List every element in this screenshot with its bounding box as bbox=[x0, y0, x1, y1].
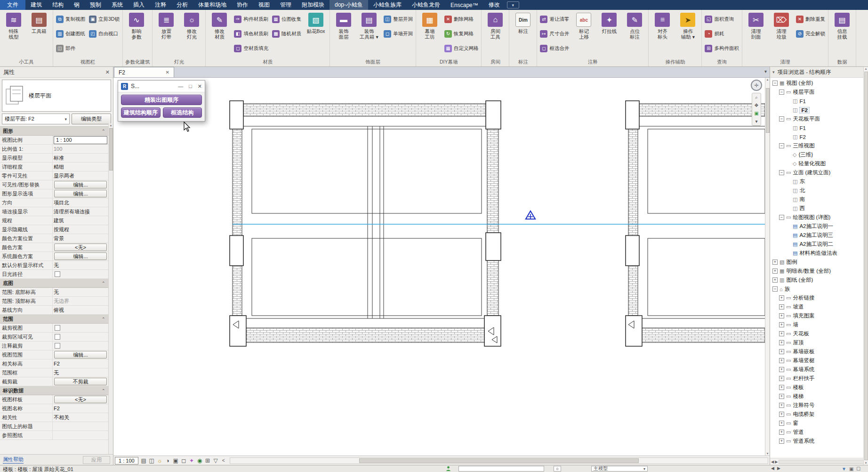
tree-item[interactable]: ◫东 bbox=[770, 177, 868, 186]
property-edit-button[interactable]: 编辑... bbox=[54, 181, 107, 188]
tree-item[interactable]: +▦明细表/数量 (全部) bbox=[770, 267, 868, 276]
property-checkbox[interactable] bbox=[55, 325, 60, 331]
tree-expander-icon[interactable]: + bbox=[779, 295, 784, 301]
tree-item[interactable]: +▭管道 bbox=[770, 428, 868, 437]
property-edit-button[interactable]: <无> bbox=[54, 396, 107, 403]
tree-item[interactable]: +▭坡道 bbox=[770, 302, 868, 311]
property-edit-button[interactable]: 不剪裁 bbox=[54, 378, 107, 385]
quick-access-toggle-icon[interactable]: ▾ bbox=[507, 1, 519, 8]
menu-item-5[interactable]: 系统 bbox=[106, 0, 128, 10]
browser-scrollbar[interactable]: ▴▾ bbox=[863, 67, 868, 465]
tab-list-chevron-icon[interactable]: ▾ bbox=[764, 69, 767, 74]
ribbon-button[interactable]: ≣放置 灯带 bbox=[154, 11, 178, 40]
tree-item[interactable]: ▤材料构造做法表 bbox=[770, 249, 868, 258]
tree-expander-icon[interactable]: − bbox=[772, 286, 778, 292]
tree-item[interactable]: +▭管道系统 bbox=[770, 437, 868, 446]
ribbon-button[interactable]: ∿影响 参数 bbox=[124, 11, 149, 40]
ribbon-button[interactable]: ≡对齐 标头 bbox=[650, 11, 675, 40]
ribbon-button[interactable]: ✎修改 材质 bbox=[207, 11, 232, 40]
tree-expander-icon[interactable]: + bbox=[779, 421, 784, 426]
tree-item[interactable]: −▭三维视图 bbox=[770, 141, 868, 150]
properties-scrollbar[interactable]: ▴ bbox=[108, 123, 113, 454]
ribbon-button[interactable]: ◫整层开洞 bbox=[382, 12, 414, 26]
menu-item-17[interactable]: Enscape™ bbox=[445, 0, 483, 10]
document-tab-f2[interactable]: F2 ✕ bbox=[114, 67, 174, 77]
ribbon-button[interactable]: ✂清理 剖面 bbox=[744, 11, 768, 40]
browser-nav-right-icon[interactable]: ▶ bbox=[777, 466, 780, 471]
tab-close-icon[interactable]: ✕ bbox=[166, 70, 169, 75]
browser-nav-left-icon[interactable]: ◀ bbox=[771, 466, 774, 471]
ribbon-button[interactable]: ⧉复制视图 bbox=[55, 12, 87, 26]
ribbon-button[interactable]: abc标记 上移 bbox=[571, 11, 596, 40]
maximize-icon[interactable]: □ bbox=[189, 83, 192, 90]
tree-expander-icon[interactable]: + bbox=[779, 331, 784, 336]
active-workset-select[interactable]: 主模型 ▾ bbox=[591, 466, 648, 472]
tree-expander-icon[interactable]: + bbox=[779, 349, 784, 354]
ribbon-button[interactable]: ▩随机材质 bbox=[271, 26, 303, 41]
collapse-icon[interactable]: ⌃ bbox=[102, 388, 105, 393]
filter-icon[interactable]: ▼ bbox=[842, 466, 846, 472]
tree-expander-icon[interactable]: + bbox=[779, 385, 784, 390]
view-scale-button[interactable]: 1 : 100 bbox=[115, 457, 138, 464]
tree-item[interactable]: +▭楼板 bbox=[770, 383, 868, 392]
ribbon-button[interactable]: ⊞多构件面积 bbox=[703, 41, 740, 56]
property-section[interactable]: 范围⌃ bbox=[0, 315, 108, 324]
plugin-dialog-titlebar[interactable]: R S... — □ ✕ bbox=[118, 81, 205, 92]
tree-item[interactable]: ◫西 bbox=[770, 204, 868, 213]
ribbon-button[interactable]: ▤工具箱 bbox=[27, 11, 51, 34]
ribbon-button[interactable]: ➤操作 辅助 ▾ bbox=[675, 11, 700, 40]
tree-item[interactable]: +▥图纸 (全部) bbox=[770, 276, 868, 285]
ribbon-button[interactable]: ◰自由视口 bbox=[88, 26, 121, 41]
scroll-right-icon[interactable]: ▶ bbox=[775, 460, 778, 464]
worksets-button[interactable]: 0 bbox=[554, 466, 561, 472]
exclude-options-icon[interactable]: ☐ bbox=[856, 466, 860, 472]
viewport[interactable]: ✛ ⌕ ✥ ▣ ▾ ▴ ▾ bbox=[113, 78, 770, 456]
minimize-icon[interactable]: — bbox=[178, 83, 183, 90]
tree-item[interactable]: +▭幕墙系统 bbox=[770, 365, 868, 374]
ribbon-button[interactable]: ↦尺寸合并 bbox=[538, 26, 571, 41]
tree-item[interactable]: +▭填充图案 bbox=[770, 311, 868, 320]
tree-item[interactable]: +▭幕墙嵌板 bbox=[770, 347, 868, 356]
menu-item-1[interactable]: 建筑 bbox=[25, 0, 47, 10]
tree-expander-icon[interactable]: − bbox=[772, 81, 778, 86]
reveal-hidden-icon[interactable]: ✦ bbox=[188, 457, 196, 464]
ribbon-button[interactable]: Dim标注 bbox=[511, 11, 535, 34]
temporary-hide-icon[interactable]: ◉ bbox=[196, 457, 204, 464]
tree-item[interactable]: +▭楼梯 bbox=[770, 392, 868, 401]
ribbon-button[interactable]: ◔损耗 bbox=[703, 26, 740, 41]
ribbon-button[interactable]: ▧贴花Box bbox=[304, 11, 328, 34]
menu-item-9[interactable]: 体量和场地 bbox=[193, 0, 232, 10]
tree-expander-icon[interactable]: + bbox=[779, 340, 784, 345]
tree-expander-icon[interactable]: + bbox=[772, 277, 778, 283]
property-checkbox[interactable] bbox=[55, 343, 60, 349]
collapse-icon[interactable]: ⌃ bbox=[102, 317, 105, 322]
shadows-icon[interactable]: ◑ bbox=[164, 457, 172, 464]
browser-horizontal-scrollbar[interactable]: ◀ ▶ bbox=[770, 458, 868, 465]
tree-item[interactable]: −▭天花板平面 bbox=[770, 114, 868, 123]
tree-item[interactable]: −▭楼层平面 bbox=[770, 88, 868, 97]
apply-button[interactable]: 应用 bbox=[83, 456, 110, 464]
tree-item[interactable]: ◫F1 bbox=[770, 97, 868, 106]
tree-expander-icon[interactable]: + bbox=[779, 430, 784, 435]
menu-item-11[interactable]: 视图 bbox=[253, 0, 275, 10]
ribbon-button[interactable]: ◧填色材质刷 bbox=[233, 26, 270, 41]
tree-item[interactable]: ▤A2施工说明一 bbox=[770, 222, 868, 231]
tree-expander-icon[interactable]: + bbox=[779, 313, 784, 318]
property-input[interactable]: 1 : 100 bbox=[54, 136, 107, 144]
tree-expander-icon[interactable]: − bbox=[779, 116, 784, 122]
property-section[interactable]: 图形⌃ bbox=[0, 127, 108, 136]
collapse-controls-icon[interactable]: < bbox=[221, 458, 226, 463]
tree-item[interactable]: ◇轻量化视图 bbox=[770, 159, 868, 168]
ribbon-button[interactable]: ≋特殊 线型 bbox=[1, 11, 26, 40]
ribbon-button[interactable]: ▣立剪3D锁 bbox=[88, 12, 121, 26]
tree-expander-icon[interactable]: + bbox=[779, 304, 784, 309]
property-edit-button[interactable]: 编辑... bbox=[54, 351, 107, 358]
select-toggle-icon[interactable]: ▣ bbox=[849, 466, 853, 472]
reveal-constraints-icon[interactable]: ▽ bbox=[212, 457, 220, 464]
ribbon-button[interactable]: ✑构件材质刷 bbox=[233, 12, 270, 26]
ribbon-button[interactable]: ✦灯拉线 bbox=[597, 11, 621, 34]
tree-expander-icon[interactable]: + bbox=[779, 376, 784, 381]
ribbon-button[interactable]: ▥创建图纸 bbox=[55, 26, 87, 41]
menu-item-8[interactable]: 分析 bbox=[171, 0, 193, 10]
ribbon-button[interactable]: ✕删除网格 bbox=[443, 12, 480, 26]
